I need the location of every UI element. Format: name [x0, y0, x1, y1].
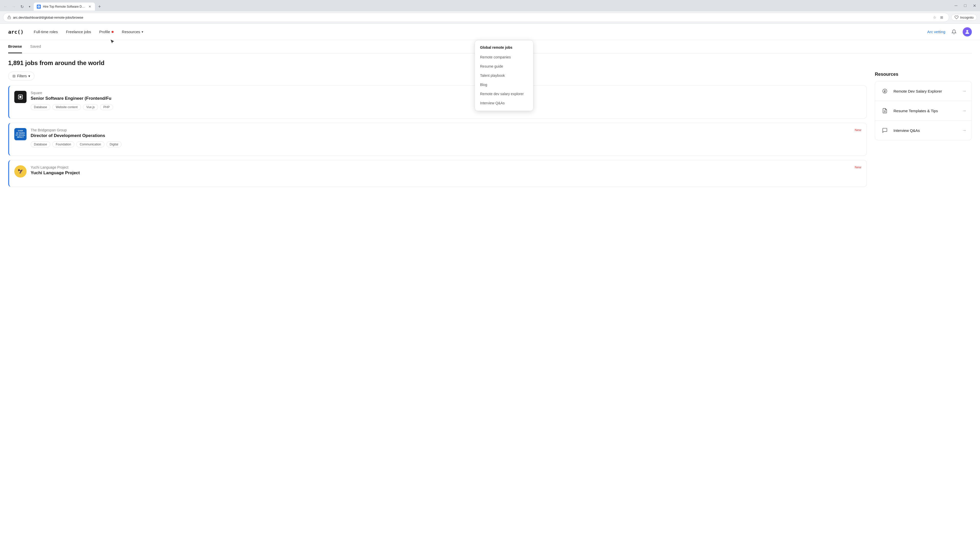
bookmark-button[interactable]: ☆ [932, 14, 938, 21]
filters-button[interactable]: ⊟ Filters ▾ [8, 72, 35, 80]
dropdown-item-blog[interactable]: Blog [475, 80, 533, 89]
dropdown-item-salary-explorer[interactable]: Remote dev salary explorer [475, 89, 533, 98]
resource-arrow-resume: → [962, 108, 966, 114]
browse-tab-saved[interactable]: Saved [30, 40, 41, 53]
interview-qas-icon [880, 126, 889, 135]
tab-bar: ← → ↻ ▾ a Hire Top Remote Software Dev..… [0, 0, 980, 11]
close-window-button[interactable]: ✕ [971, 2, 978, 9]
new-badge-yuchi: New [855, 165, 861, 169]
job-card-bridgespan[interactable]: New OVER20 YEARSOF SOCIALIMPACT The Brid… [8, 123, 867, 156]
new-badge-bridgespan: New [855, 128, 861, 132]
resource-item-salary-explorer[interactable]: Remote Dev Salary Explorer → [875, 81, 972, 101]
resource-item-resume-templates[interactable]: Resume Templates & Tips → [875, 101, 972, 121]
avatar[interactable] [963, 27, 972, 37]
nav-items: Full-time roles Freelance jobs Profile R… [34, 30, 927, 34]
app-container: arc() Full-time roles Freelance jobs Pro… [0, 24, 980, 551]
job-tags: Database Website content Vue.js PHP [30, 104, 861, 110]
square-company-logo [14, 91, 27, 103]
company-name: Yuchi Language Project [30, 165, 861, 169]
tab-list-button[interactable]: ▾ [27, 3, 33, 10]
job-info: Yuchi Language Project Yuchi Language Pr… [30, 165, 861, 179]
new-tab-button[interactable]: + [96, 3, 103, 10]
top-nav: arc() Full-time roles Freelance jobs Pro… [0, 24, 980, 40]
resources-card: Remote Dev Salary Explorer → [875, 81, 972, 140]
dropdown-item-remote-companies[interactable]: Remote companies [475, 52, 533, 62]
job-title: Senior Software Engineer (Frontend/Fu [30, 96, 861, 101]
nav-fulltime[interactable]: Full-time roles [34, 30, 58, 34]
nav-resources[interactable]: Resources ▾ [122, 30, 143, 34]
filters-bar: ⊟ Filters ▾ [8, 72, 867, 80]
tab-close-button[interactable]: ✕ [88, 5, 92, 9]
resume-templates-icon [880, 106, 889, 115]
dropdown-item-interview-qas[interactable]: Interview Q&As [475, 98, 533, 108]
incognito-label: Incognito [960, 16, 974, 19]
bell-icon [951, 29, 956, 35]
browse-tab-browse[interactable]: Browse [8, 40, 22, 53]
job-title: Yuchi Language Project [30, 170, 861, 176]
job-card-header: OVER20 YEARSOF SOCIALIMPACT The Bridgesp… [14, 128, 861, 148]
tag-database: Database [30, 104, 50, 110]
job-card-yuchi[interactable]: New 🦅 Yuchi Language Project Yuchi Langu… [8, 160, 867, 187]
active-tab[interactable]: a Hire Top Remote Software Dev... ✕ [34, 3, 95, 11]
tag-foundation: Foundation [52, 141, 74, 148]
jobs-column: ⊟ Filters ▾ [8, 72, 867, 191]
bridgespan-company-logo: OVER20 YEARSOF SOCIALIMPACT [14, 128, 27, 140]
address-bar-row: arc.dev/dashboard/d/global-remote-jobs/b… [0, 11, 980, 24]
tag-communication: Communication [76, 141, 104, 148]
maximize-button[interactable]: □ [962, 2, 969, 9]
filter-icon: ⊟ [13, 74, 16, 78]
avatar-icon [964, 29, 970, 35]
refresh-button[interactable]: ↻ [18, 3, 25, 10]
job-card-header: 🦅 Yuchi Language Project Yuchi Language … [14, 165, 861, 179]
dropdown-item-talent-playbook[interactable]: Talent playbook [475, 71, 533, 80]
incognito-icon [955, 15, 959, 19]
address-icons: ☆ ⊞ [932, 14, 945, 21]
logo[interactable]: arc() [8, 29, 24, 35]
notification-button[interactable] [950, 27, 959, 37]
incognito-badge[interactable]: Incognito [951, 14, 977, 21]
tag-database: Database [30, 141, 50, 148]
svg-rect-5 [19, 96, 21, 98]
resource-name-resume: Resume Templates & Tips [894, 109, 958, 113]
svg-rect-2 [8, 17, 11, 19]
forward-button[interactable]: → [10, 3, 18, 10]
svg-text:a: a [38, 6, 39, 8]
tag-website-content: Website content [52, 104, 81, 110]
chevron-down-icon: ▾ [142, 30, 143, 34]
arc-vetting-link[interactable]: Arc vetting [927, 30, 945, 34]
company-name: The Bridgespan Group [30, 128, 861, 132]
job-title: Director of Development Operations [30, 133, 861, 138]
tag-vuejs: Vue.js [83, 104, 98, 110]
dropdown-item-resume-guide[interactable]: Resume guide [475, 62, 533, 71]
extensions-button[interactable]: ⊞ [939, 14, 945, 21]
nav-right: Arc vetting [927, 27, 972, 37]
tab-favicon: a [37, 5, 41, 9]
url-text: arc.dev/dashboard/d/global-remote-jobs/b… [13, 16, 929, 19]
salary-explorer-icon [880, 86, 889, 96]
browser-chrome: ← → ↻ ▾ a Hire Top Remote Software Dev..… [0, 0, 980, 24]
back-button[interactable]: ← [2, 3, 9, 10]
tag-php: PHP [100, 104, 113, 110]
job-card-header: Square Senior Software Engineer (Fronten… [14, 91, 861, 110]
resource-arrow-salary: → [962, 89, 966, 94]
svg-point-6 [883, 89, 887, 94]
nav-profile[interactable]: Profile [99, 30, 114, 34]
filter-chevron-icon: ▾ [28, 74, 30, 78]
minimize-button[interactable]: ─ [953, 2, 959, 9]
yuchi-company-logo: 🦅 [14, 165, 27, 178]
job-info: The Bridgespan Group Director of Develop… [30, 128, 861, 148]
address-bar[interactable]: arc.dev/dashboard/d/global-remote-jobs/b… [3, 13, 949, 22]
job-tags: Database Foundation Communication Digita… [30, 141, 861, 148]
company-name: Square [30, 91, 861, 95]
resource-arrow-interview: → [962, 128, 966, 133]
resources-sidebar-title: Resources [875, 72, 972, 77]
job-card-square[interactable]: Square Senior Software Engineer (Fronten… [8, 86, 867, 119]
resource-name-interview: Interview Q&As [894, 128, 958, 133]
lock-icon [7, 16, 11, 19]
nav-resources[interactable]: Global remote jobs [475, 43, 533, 52]
nav-freelance[interactable]: Freelance jobs [66, 30, 91, 34]
dropdown-section-title: Global remote jobs [475, 43, 517, 52]
resources-dropdown: Global remote jobs Remote companies Resu… [475, 40, 533, 111]
tag-digital: Digital [107, 141, 121, 148]
resource-item-interview-qas[interactable]: Interview Q&As → [875, 121, 972, 140]
